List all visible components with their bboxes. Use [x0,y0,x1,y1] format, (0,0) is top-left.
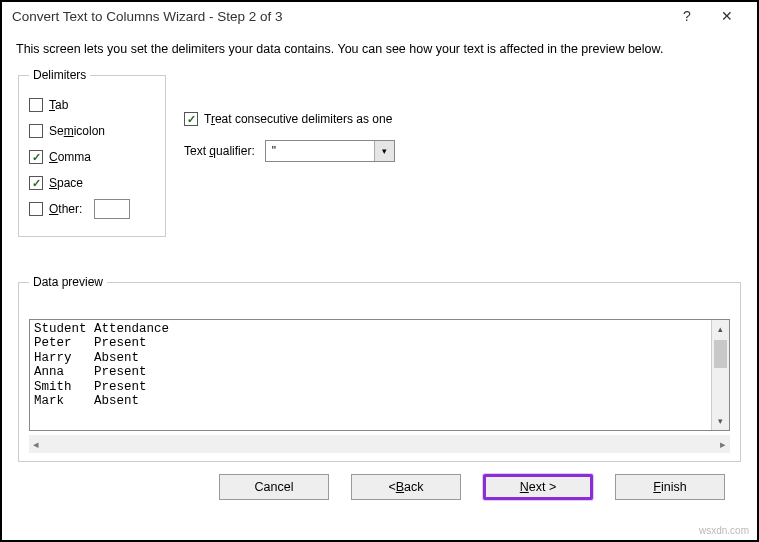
cancel-button[interactable]: Cancel [219,474,329,500]
treat-consecutive-row[interactable]: Treat consecutive delimiters as one [184,112,395,126]
next-button[interactable]: Next > [483,474,593,500]
other-input[interactable] [94,199,130,219]
text-qualifier-value: " [266,144,374,158]
space-label: Space [49,176,83,190]
data-preview-group: Data preview Student Attendance Peter Pr… [18,275,741,462]
comma-checkbox[interactable] [29,150,43,164]
chevron-down-icon[interactable]: ▾ [374,141,394,161]
delimiters-legend: Delimiters [29,68,90,82]
dialog-title: Convert Text to Columns Wizard - Step 2 … [12,9,667,24]
other-checkbox[interactable] [29,202,43,216]
dialog-content: This screen lets you set the delimiters … [2,30,757,540]
delimiter-other-row[interactable]: Other: [29,198,155,220]
tab-checkbox[interactable] [29,98,43,112]
treat-consecutive-label: Treat consecutive delimiters as one [204,112,392,126]
back-button[interactable]: < Back [351,474,461,500]
scroll-right-icon[interactable]: ▸ [720,438,726,451]
semicolon-checkbox[interactable] [29,124,43,138]
delimiter-space-row[interactable]: Space [29,172,155,194]
titlebar: Convert Text to Columns Wizard - Step 2 … [2,2,757,30]
button-row: Cancel < Back Next > Finish [16,462,743,514]
treat-consecutive-checkbox[interactable] [184,112,198,126]
scroll-left-icon[interactable]: ◂ [33,438,39,451]
scroll-up-icon[interactable]: ▴ [712,320,729,338]
horizontal-scrollbar[interactable]: ◂ ▸ [29,435,730,453]
description-text: This screen lets you set the delimiters … [16,42,743,56]
text-qualifier-select[interactable]: " ▾ [265,140,395,162]
dialog-window: Convert Text to Columns Wizard - Step 2 … [0,0,759,542]
text-qualifier-label: Text qualifier: [184,144,255,158]
delimiter-semicolon-row[interactable]: Semicolon [29,120,155,142]
delimiter-comma-row[interactable]: Comma [29,146,155,168]
tab-label: Tab [49,98,68,112]
comma-label: Comma [49,150,91,164]
finish-button[interactable]: Finish [615,474,725,500]
watermark: wsxdn.com [699,525,749,536]
delimiters-group: Delimiters Tab Semicolon Comma Space [18,68,166,237]
text-qualifier-row: Text qualifier: " ▾ [184,140,395,162]
options-area: Treat consecutive delimiters as one Text… [184,68,395,162]
help-button[interactable]: ? [667,8,707,24]
data-preview-legend: Data preview [29,275,107,289]
vertical-scrollbar[interactable]: ▴ ▾ [711,320,729,430]
semicolon-label: Semicolon [49,124,105,138]
close-button[interactable]: ✕ [707,8,747,24]
delimiter-tab-row[interactable]: Tab [29,94,155,116]
preview-box: Student Attendance Peter Present Harry A… [29,319,730,431]
other-label: Other: [49,202,82,216]
space-checkbox[interactable] [29,176,43,190]
scroll-thumb[interactable] [714,340,727,368]
preview-content: Student Attendance Peter Present Harry A… [30,320,711,430]
scroll-down-icon[interactable]: ▾ [712,412,729,430]
